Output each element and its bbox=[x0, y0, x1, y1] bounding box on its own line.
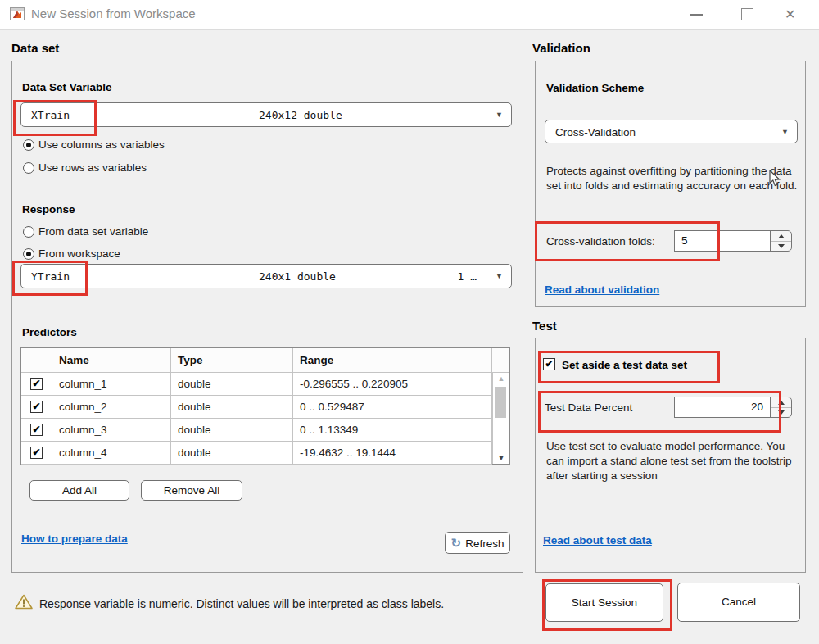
row2-checkbox[interactable]: ✔ bbox=[30, 401, 43, 413]
validation-heading: Validation bbox=[532, 41, 590, 55]
row1-name: column_1 bbox=[52, 373, 171, 396]
response-variable-extra: 1 … bbox=[458, 270, 477, 283]
response-variable-dims: 240x1 double bbox=[259, 270, 336, 283]
header-range: Range bbox=[293, 348, 492, 373]
maximize-icon[interactable] bbox=[741, 8, 753, 20]
refresh-label: Refresh bbox=[465, 537, 504, 550]
start-session-button[interactable]: Start Session bbox=[545, 583, 663, 622]
cv-folds-input[interactable]: 5 bbox=[674, 230, 771, 252]
test-heading: Test bbox=[532, 319, 557, 333]
table-row[interactable]: ✔ column_1 double -0.296555 .. 0.220905 bbox=[21, 373, 509, 396]
stepper-down-icon[interactable] bbox=[771, 241, 791, 251]
response-variable-dropdown[interactable]: YTrain 240x1 double 1 … ▼ bbox=[20, 264, 512, 288]
test-description: Use test set to evaluate model performan… bbox=[546, 439, 802, 483]
validation-scheme-value: Cross-Validation bbox=[555, 125, 636, 138]
test-percent-stepper[interactable] bbox=[771, 397, 792, 418]
test-percent-input[interactable]: 20 bbox=[674, 397, 771, 418]
table-row[interactable]: ✔ column_2 double 0 .. 0.529487 bbox=[21, 396, 509, 419]
radio-use-rows[interactable] bbox=[23, 162, 34, 174]
chevron-down-icon[interactable]: ▼ bbox=[495, 272, 503, 280]
titlebar: New Session from Workspace ✕ bbox=[0, 0, 819, 30]
radio-from-workspace[interactable] bbox=[23, 248, 34, 260]
header-checkbox-column bbox=[21, 348, 52, 373]
row4-checkbox[interactable]: ✔ bbox=[30, 447, 43, 459]
predictors-label: Predictors bbox=[22, 326, 77, 338]
warning-icon bbox=[15, 594, 33, 613]
scroll-up-icon[interactable]: ▲ bbox=[493, 374, 509, 383]
response-label: Response bbox=[22, 203, 75, 215]
refresh-button[interactable]: ↻Refresh bbox=[445, 532, 510, 554]
validation-scheme-label: Validation Scheme bbox=[546, 82, 644, 94]
table-row[interactable]: ✔ column_4 double -19.4632 .. 19.1444 bbox=[21, 442, 509, 465]
test-percent-label: Test Data Percent bbox=[545, 401, 632, 414]
radio-from-dataset-label[interactable]: From data set variable bbox=[38, 225, 148, 238]
row2-type: double bbox=[171, 396, 293, 419]
row1-checkbox[interactable]: ✔ bbox=[30, 378, 43, 390]
dataset-heading: Data set bbox=[11, 41, 59, 55]
chevron-down-icon[interactable]: ▼ bbox=[495, 111, 503, 119]
minimize-icon[interactable] bbox=[690, 14, 703, 16]
matlab-icon bbox=[10, 7, 25, 20]
table-row[interactable]: ✔ column_3 double 0 .. 1.13349 bbox=[21, 419, 509, 442]
validation-scheme-dropdown[interactable]: Cross-Validation ▼ bbox=[545, 120, 798, 143]
dataset-variable-dropdown[interactable]: XTrain 240x12 double ▼ bbox=[20, 102, 512, 127]
new-session-dialog: New Session from Workspace ✕ Data set Da… bbox=[0, 0, 819, 644]
dataset-variable-label: Data Set Variable bbox=[22, 81, 112, 93]
response-variable-value: YTrain bbox=[31, 270, 70, 283]
header-type: Type bbox=[171, 348, 293, 373]
radio-use-columns-label[interactable]: Use columns as variables bbox=[38, 138, 165, 151]
warning-text: Response variable is numeric. Distinct v… bbox=[39, 597, 444, 610]
test-set-checkbox[interactable]: ✔ bbox=[543, 358, 555, 370]
row1-range: -0.296555 .. 0.220905 bbox=[293, 373, 492, 396]
read-about-test-data-link[interactable]: Read about test data bbox=[543, 534, 652, 546]
how-to-prepare-data-link[interactable]: How to prepare data bbox=[21, 533, 128, 545]
row4-name: column_4 bbox=[52, 442, 171, 465]
row3-type: double bbox=[171, 419, 293, 442]
stepper-down-icon[interactable] bbox=[771, 407, 791, 417]
header-scroll-column bbox=[492, 348, 509, 373]
row1-type: double bbox=[171, 373, 293, 396]
test-set-checkbox-label[interactable]: Set aside a test data set bbox=[562, 359, 687, 371]
row4-range: -19.4632 .. 19.1444 bbox=[293, 442, 492, 465]
row3-range: 0 .. 1.13349 bbox=[293, 419, 492, 442]
predictors-header-row: Name Type Range bbox=[21, 348, 509, 373]
validation-description: Protects against overfitting by partitio… bbox=[546, 164, 802, 193]
predictors-table: Name Type Range ✔ column_1 double -0.296… bbox=[20, 347, 510, 465]
cancel-button[interactable]: Cancel bbox=[677, 583, 800, 622]
row2-name: column_2 bbox=[52, 396, 171, 419]
table-scrollbar[interactable]: ▲ ▼ bbox=[492, 373, 509, 464]
chevron-down-icon[interactable]: ▼ bbox=[781, 128, 789, 136]
header-name: Name bbox=[52, 348, 171, 373]
close-icon[interactable]: ✕ bbox=[785, 6, 795, 24]
radio-use-columns[interactable] bbox=[23, 139, 34, 151]
radio-use-rows-label[interactable]: Use rows as variables bbox=[38, 161, 147, 174]
row4-type: double bbox=[171, 442, 293, 465]
window-title: New Session from Workspace bbox=[31, 7, 196, 20]
scrollbar-thumb[interactable] bbox=[495, 387, 506, 418]
row2-range: 0 .. 0.529487 bbox=[293, 396, 492, 419]
radio-from-workspace-label[interactable]: From workspace bbox=[38, 247, 120, 260]
refresh-icon: ↻ bbox=[451, 536, 462, 550]
dataset-variable-dims: 240x12 double bbox=[259, 109, 342, 121]
cv-folds-stepper[interactable] bbox=[771, 230, 792, 252]
cv-folds-label: Cross-validation folds: bbox=[546, 235, 655, 247]
row3-checkbox[interactable]: ✔ bbox=[30, 424, 43, 436]
add-all-button[interactable]: Add All bbox=[29, 480, 129, 501]
remove-all-button[interactable]: Remove All bbox=[141, 480, 242, 501]
radio-from-dataset[interactable] bbox=[23, 226, 34, 238]
read-about-validation-link[interactable]: Read about validation bbox=[545, 283, 659, 296]
dataset-variable-value: XTrain bbox=[31, 109, 70, 121]
scroll-down-icon[interactable]: ▼ bbox=[493, 454, 509, 462]
row3-name: column_3 bbox=[52, 419, 171, 442]
